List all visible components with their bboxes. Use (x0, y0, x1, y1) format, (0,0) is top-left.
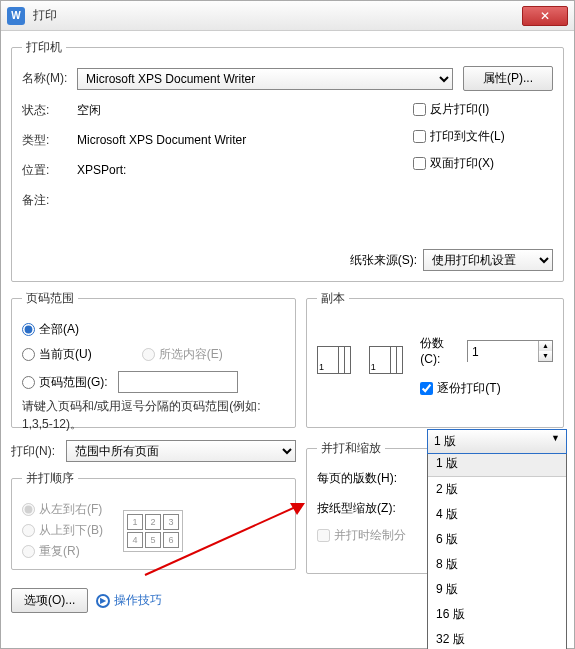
paper-source-select[interactable]: 使用打印机设置 (423, 249, 553, 271)
copies-spinner[interactable]: ▲▼ (467, 340, 553, 362)
spin-down[interactable]: ▼ (539, 351, 552, 361)
tips-label: 操作技巧 (114, 592, 162, 609)
dropdown-option[interactable]: 1 版 (428, 450, 566, 477)
titlebar: W 打印 ✕ (1, 1, 574, 31)
dropdown-option[interactable]: 8 版 (428, 552, 566, 577)
tips-link[interactable]: ▶ 操作技巧 (96, 592, 162, 609)
spin-up[interactable]: ▲ (539, 341, 552, 351)
print-order-group: 并打顺序 从左到右(F) 从上到下(B) 重复(R) 123456 (11, 470, 296, 570)
pages-per-sheet-dropdown-list[interactable]: 1 版 2 版 4 版 6 版 8 版 9 版 16 版 32 版 (427, 449, 567, 649)
print-to-file-label: 打印到文件(L) (430, 128, 505, 145)
status-label: 状态: (22, 102, 77, 119)
printer-name-select[interactable]: Microsoft XPS Document Writer (77, 68, 453, 90)
printer-legend: 打印机 (22, 39, 66, 56)
collate-preview-icon-2: 321 (369, 346, 409, 386)
range-pages-input[interactable] (118, 371, 238, 393)
properties-button[interactable]: 属性(P)... (463, 66, 553, 91)
dropdown-option[interactable]: 4 版 (428, 502, 566, 527)
dropdown-option[interactable]: 16 版 (428, 602, 566, 627)
app-icon: W (7, 7, 25, 25)
order-repeat-radio (22, 545, 35, 558)
scale-to-paper-label: 按纸型缩放(Z): (317, 500, 412, 517)
copies-group: 副本 321 321 份数(C): (306, 290, 564, 428)
order-lr-label: 从左到右(F) (39, 501, 102, 518)
copies-label: 份数(C): (420, 335, 463, 366)
pages-per-sheet-label: 每页的版数(H): (317, 470, 412, 487)
draw-border-checkbox (317, 529, 330, 542)
comment-label: 备注: (22, 192, 77, 209)
type-label: 类型: (22, 132, 77, 149)
name-label: 名称(M): (22, 70, 77, 87)
play-icon: ▶ (96, 594, 110, 608)
order-repeat-label: 重复(R) (39, 543, 80, 560)
options-button[interactable]: 选项(O)... (11, 588, 88, 613)
paper-source-label: 纸张来源(S): (350, 252, 417, 269)
zoom-legend: 并打和缩放 (317, 440, 385, 457)
reverse-print-checkbox[interactable] (413, 103, 426, 116)
collate-checkbox[interactable] (420, 382, 433, 395)
close-button[interactable]: ✕ (522, 6, 568, 26)
print-what-label: 打印(N): (11, 443, 66, 460)
draw-border-label: 并打时绘制分 (334, 527, 406, 544)
type-value: Microsoft XPS Document Writer (77, 133, 246, 147)
pages-per-sheet-combobox[interactable]: 1 版 (427, 429, 567, 454)
order-preview-icon: 123456 (123, 510, 183, 552)
location-label: 位置: (22, 162, 77, 179)
print-what-select[interactable]: 范围中所有页面 (66, 440, 296, 462)
duplex-checkbox[interactable] (413, 157, 426, 170)
order-lr-radio (22, 503, 35, 516)
copies-legend: 副本 (317, 290, 349, 307)
range-hint: 请键入页码和/或用逗号分隔的页码范围(例如: 1,3,5-12)。 (22, 397, 285, 433)
window-title: 打印 (33, 7, 522, 24)
range-selection-radio (142, 348, 155, 361)
copies-input[interactable] (468, 341, 538, 363)
location-value: XPSPort: (77, 163, 126, 177)
reverse-print-label: 反片打印(I) (430, 101, 489, 118)
collate-preview-icon: 321 (317, 346, 357, 386)
range-current-radio[interactable] (22, 348, 35, 361)
page-range-legend: 页码范围 (22, 290, 78, 307)
range-all-label: 全部(A) (39, 321, 79, 338)
range-all-radio[interactable] (22, 323, 35, 336)
range-pages-label: 页码范围(G): (39, 374, 108, 391)
print-order-legend: 并打顺序 (22, 470, 78, 487)
order-tb-radio (22, 524, 35, 537)
dropdown-option[interactable]: 32 版 (428, 627, 566, 649)
range-selection-label: 所选内容(E) (159, 346, 223, 363)
range-current-label: 当前页(U) (39, 346, 92, 363)
printer-group: 打印机 名称(M): Microsoft XPS Document Writer… (11, 39, 564, 282)
order-tb-label: 从上到下(B) (39, 522, 103, 539)
range-pages-radio[interactable] (22, 376, 35, 389)
page-range-group: 页码范围 全部(A) 当前页(U) 所选内容(E) 页码范围(G): 请键入页码… (11, 290, 296, 428)
print-to-file-checkbox[interactable] (413, 130, 426, 143)
dropdown-option[interactable]: 2 版 (428, 477, 566, 502)
collate-label: 逐份打印(T) (437, 380, 500, 397)
dropdown-option[interactable]: 6 版 (428, 527, 566, 552)
status-value: 空闲 (77, 102, 101, 119)
duplex-label: 双面打印(X) (430, 155, 494, 172)
dropdown-option[interactable]: 9 版 (428, 577, 566, 602)
